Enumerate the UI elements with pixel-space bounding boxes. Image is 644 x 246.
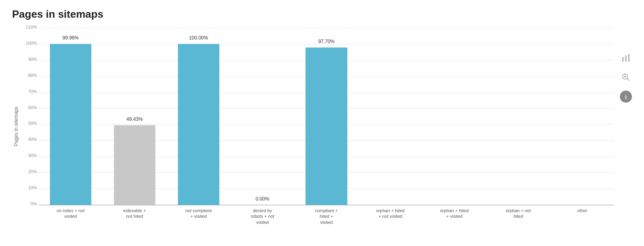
- y-tick-label: 100%: [22, 41, 37, 45]
- y-tick-label: 20%: [22, 169, 37, 174]
- x-axis-label: orphan + nothited: [486, 208, 550, 225]
- x-axis-label: orphan + hited+ visited: [422, 208, 486, 225]
- bar-4: 97.70%: [305, 48, 347, 205]
- svg-rect-1: [625, 56, 627, 62]
- y-tick-label: 10%: [22, 185, 37, 190]
- x-axis-label: compliant +hited +visited: [295, 208, 359, 225]
- info-icon[interactable]: i: [620, 91, 632, 103]
- bar-1: 49.43%: [114, 125, 155, 205]
- bar-group: 100.00%: [167, 28, 231, 205]
- bar-value-label: 99.96%: [62, 35, 79, 41]
- svg-rect-0: [622, 57, 624, 62]
- y-tick-label: 30%: [22, 153, 37, 158]
- bar-group: 49.43%: [103, 28, 167, 205]
- bars-wrapper: 99.96%49.43%100.00%0.00%97.70%: [39, 28, 614, 205]
- svg-rect-2: [628, 54, 630, 62]
- page-title: Pages in sitemaps: [12, 8, 632, 21]
- y-tick-label: 90%: [22, 57, 37, 62]
- bar-group: 0.00%: [231, 28, 295, 205]
- chart-container: Pages in sitemaps 110%100%90%80%70%60%50…: [12, 28, 632, 225]
- bar-value-label: 0.00%: [256, 196, 269, 202]
- x-axis-label: orphan + hited+ not visited: [358, 208, 422, 225]
- x-axis-line: [39, 205, 614, 205]
- y-tick-label: 70%: [22, 89, 37, 94]
- y-tick-label: 40%: [22, 137, 37, 142]
- bar-value-label: 49.43%: [126, 116, 143, 122]
- zoom-in-icon[interactable]: [620, 71, 632, 83]
- bar-group: 99.96%: [39, 28, 103, 205]
- x-axis-label: other: [550, 208, 614, 225]
- x-axis-label: denied byrobots + notvisited: [231, 208, 295, 225]
- bar-group: [486, 28, 550, 205]
- bar-group: [358, 28, 422, 205]
- svg-line-4: [627, 79, 630, 81]
- y-tick-label: 80%: [22, 73, 37, 78]
- y-axis-label: Pages in sitemaps: [12, 28, 20, 225]
- chart-area: 110%100%90%80%70%60%50%40%30%20%10%0% 99…: [23, 28, 614, 205]
- y-tick-label: 60%: [22, 105, 37, 110]
- y-tick-label: 0%: [22, 201, 37, 206]
- chart-inner: 110%100%90%80%70%60%50%40%30%20%10%0% 99…: [23, 28, 614, 225]
- x-axis: no index + notvisitedindexable +not hite…: [39, 208, 614, 225]
- x-axis-label: indexable +not hited: [103, 208, 167, 225]
- sidebar-icons: i: [614, 28, 632, 225]
- x-axis-label: no index + notvisited: [39, 208, 103, 225]
- bar-group: [550, 28, 614, 205]
- bar-group: [422, 28, 486, 205]
- bar-value-label: 97.70%: [318, 39, 335, 44]
- chart-icon[interactable]: [620, 52, 632, 64]
- x-axis-label: not complient+ visited: [167, 208, 231, 225]
- bar-2: 100.00%: [178, 44, 219, 205]
- y-tick-label: 50%: [22, 121, 37, 126]
- bar-value-label: 100.00%: [189, 35, 208, 41]
- bar-group: 97.70%: [295, 28, 359, 205]
- y-tick-label: 110%: [22, 25, 37, 29]
- bar-0: 99.96%: [50, 44, 91, 205]
